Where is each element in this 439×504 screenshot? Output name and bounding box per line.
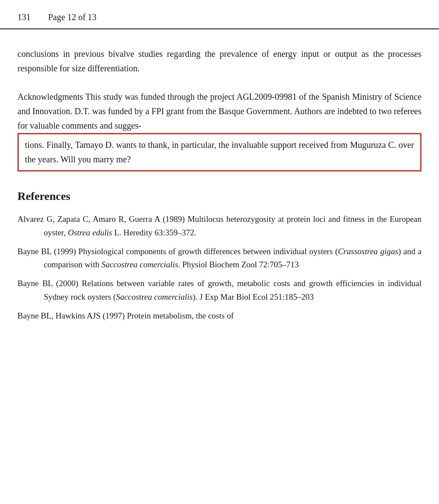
page-label: Page 12 of 13	[48, 12, 97, 22]
list-item: Bayne BL, Hawkins AJS (1997) Protein met…	[17, 309, 422, 323]
acknowledgments-block: Acknowledgments This study was funded th…	[17, 90, 422, 133]
intro-paragraph: conclusions in previous bivalve studies …	[17, 47, 422, 76]
page-number: 131	[17, 12, 31, 22]
reference-text: Bayne BL (2000) Relations between variab…	[17, 277, 422, 304]
reference-text: Alvarez G, Zapata C, Amaro R, Guerra A (…	[17, 213, 422, 240]
reference-text: Bayne BL (1999) Physiological components…	[17, 245, 422, 272]
highlighted-text: tions. Finally, Tamayo D. wants to thank…	[25, 140, 414, 164]
list-item: Alvarez G, Zapata C, Amaro R, Guerra A (…	[17, 213, 422, 240]
italic-species: Ostrea edulis	[68, 228, 112, 237]
italic-species: Saccostrea comercialis	[101, 260, 178, 269]
reference-text: Bayne BL, Hawkins AJS (1997) Protein met…	[17, 309, 422, 323]
italic-species: Crassostrea gigas	[338, 247, 398, 256]
references-heading: References	[17, 190, 422, 203]
list-item: Bayne BL (2000) Relations between variab…	[17, 277, 422, 304]
reference-list: Alvarez G, Zapata C, Amaro R, Guerra A (…	[17, 213, 422, 322]
list-item: Bayne BL (1999) Physiological components…	[17, 245, 422, 272]
acknowledgments-label: Acknowledgments	[17, 92, 83, 102]
page-container: 131 Page 12 of 13 conclusions in previou…	[0, 0, 439, 504]
italic-species: Saccostrea comercialis	[116, 292, 192, 301]
highlighted-proposal-box: tions. Finally, Tamayo D. wants to thank…	[17, 133, 422, 172]
content-area: conclusions in previous bivalve studies …	[0, 29, 439, 345]
page-header: 131 Page 12 of 13	[0, 0, 439, 29]
